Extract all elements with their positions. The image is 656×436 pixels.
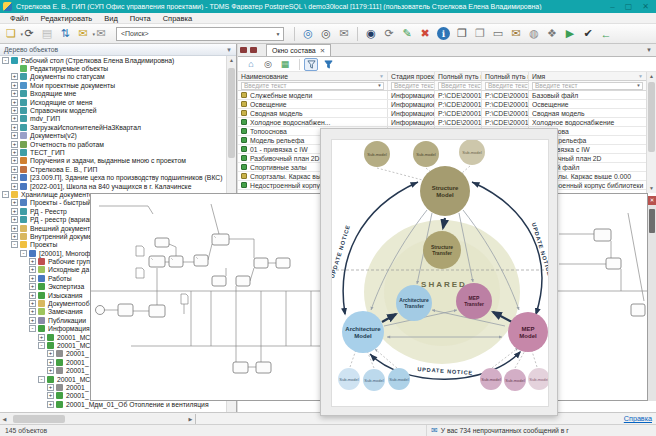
web-icon[interactable]: ◍ — [526, 26, 542, 42]
menu-edit[interactable]: Редактировать — [34, 14, 98, 23]
expand-icon[interactable]: + — [11, 107, 18, 114]
expand-icon[interactable]: + — [29, 292, 36, 299]
collapse-icon[interactable]: - — [2, 57, 9, 64]
expand-icon[interactable]: + — [29, 258, 36, 265]
scroll-down-icon[interactable]: ▼ — [647, 184, 656, 193]
mail-status[interactable]: ✉ У вас 734 непрочитанных сообщений в г — [426, 425, 656, 436]
expand-icon[interactable]: + — [11, 82, 18, 89]
expand-icon[interactable]: + — [11, 157, 18, 164]
info-icon[interactable]: ℹ — [437, 27, 450, 40]
menu-help[interactable]: Справка — [157, 14, 198, 23]
filter-icon[interactable]: ▼ — [379, 73, 384, 79]
expand-icon[interactable]: + — [29, 317, 36, 324]
expand-icon[interactable]: + — [11, 183, 18, 190]
expand-icon[interactable]: + — [47, 392, 54, 399]
tree-horizontal-scrollbar[interactable]: ◀ ▶ — [0, 414, 196, 424]
comment-icon[interactable]: ▭ — [490, 26, 506, 42]
tree-item[interactable]: +Мои проектные документы — [0, 81, 226, 89]
scroll-right-icon[interactable]: ▶ — [186, 416, 195, 422]
expand-icon[interactable]: + — [47, 367, 54, 374]
find-user-icon[interactable]: ◎ — [318, 26, 334, 42]
filter-input[interactable]: Введите текст▼ — [438, 82, 482, 90]
scrollbar-thumb[interactable] — [648, 82, 655, 152]
expand-icon[interactable]: + — [11, 141, 18, 148]
expand-icon[interactable]: + — [38, 334, 45, 341]
chevron-down-icon[interactable]: ▼ — [226, 47, 232, 53]
close-icon[interactable]: ✕ — [648, 196, 656, 205]
tree-search-icon[interactable]: ◎ — [261, 58, 275, 71]
collapse-icon[interactable]: - — [38, 376, 45, 383]
apply-icon[interactable]: ✔ — [580, 26, 596, 42]
refresh-icon[interactable]: ⟳ — [21, 26, 37, 42]
expand-icon[interactable]: + — [11, 225, 18, 232]
tree-item[interactable]: +[23.009.П], Здание цеха по производству… — [0, 173, 226, 181]
mail-icon[interactable]: ✉ — [93, 26, 109, 42]
back-icon[interactable]: ← — [598, 26, 614, 42]
expand-icon[interactable]: + — [47, 401, 54, 408]
collapse-icon[interactable]: - — [29, 325, 36, 332]
copy-icon[interactable]: ❐ — [472, 26, 488, 42]
filter-input[interactable]: Введите текст▼ — [485, 82, 529, 90]
filter-input[interactable]: Введите текст▼ — [391, 82, 435, 90]
expand-icon[interactable]: + — [29, 283, 36, 290]
filter-applied-icon[interactable] — [321, 58, 335, 71]
column-header[interactable]: Стадия проект...▼ — [388, 72, 435, 80]
new-object-icon[interactable]: ❏ — [3, 26, 19, 42]
filter-input[interactable]: Введите текст▼ — [532, 82, 643, 90]
tab-composition[interactable]: Окно состава ✕ — [266, 44, 331, 56]
delete-icon[interactable]: ✖ — [417, 26, 433, 42]
sync-icon[interactable]: ⟳ — [381, 26, 397, 42]
user-edit-icon[interactable]: ✎ — [399, 26, 415, 42]
tree-item[interactable]: +Редактируемые объекты — [0, 64, 226, 72]
expand-icon[interactable]: + — [11, 174, 18, 181]
expand-icon[interactable]: + — [11, 166, 18, 173]
tree-item[interactable]: +[2022-001], Школа на 840 учащихся в г. … — [0, 182, 226, 190]
collapse-icon[interactable]: - — [20, 250, 27, 257]
home-icon[interactable]: ⌂ — [244, 58, 258, 71]
filter-icon[interactable]: ▼ — [638, 73, 643, 79]
expand-icon[interactable]: + — [11, 124, 18, 131]
find-mail-icon[interactable]: ✉ — [336, 26, 352, 42]
column-header[interactable]: Полный путь к...▼ — [482, 72, 529, 80]
scrollbar-thumb[interactable] — [13, 415, 65, 423]
expand-icon[interactable]: + — [11, 199, 18, 206]
run-icon[interactable]: ▶ — [562, 26, 578, 42]
minimized-window-icon[interactable] — [240, 47, 247, 53]
help-link[interactable]: Справка — [624, 414, 652, 423]
menu-file[interactable]: Файл — [4, 14, 34, 23]
close-button[interactable]: ✕ — [642, 0, 649, 13]
expand-icon[interactable]: + — [29, 266, 36, 273]
export-table-icon[interactable]: ▦ — [278, 58, 292, 71]
tree-item[interactable]: +mdv_ГИП — [0, 115, 226, 123]
minimize-button[interactable]: – — [610, 0, 614, 13]
search-input[interactable]: <Поиск>▼ — [116, 27, 284, 41]
scrollbar-thumb[interactable] — [228, 68, 235, 158]
table-row[interactable]: Холодное водоснабжен...Информацион...P:\… — [238, 118, 646, 127]
tree-item[interactable]: +ЗагрузкаИсполнителейНа3Квартал — [0, 123, 226, 131]
collapse-icon[interactable]: - — [38, 342, 45, 349]
tree-item[interactable]: +Документы(v2) — [0, 132, 226, 140]
expand-icon[interactable]: + — [47, 350, 54, 357]
scroll-up-icon[interactable]: ▲ — [227, 56, 236, 65]
expand-icon[interactable]: + — [11, 73, 18, 80]
collapse-icon[interactable]: - — [11, 241, 18, 248]
auto-hide-pin-icon[interactable]: ▼ — [646, 47, 652, 53]
expand-icon[interactable]: + — [11, 90, 18, 97]
tab-close-icon[interactable]: ✕ — [320, 47, 325, 55]
expand-icon[interactable]: + — [11, 99, 18, 106]
scroll-up-icon[interactable]: ▲ — [647, 72, 656, 81]
tree-item[interactable]: +ТЕСТ_ГИП — [0, 148, 226, 156]
filter-icon[interactable] — [304, 58, 318, 71]
filter-input[interactable]: Введите текст▼ — [241, 82, 384, 90]
menu-view[interactable]: Вид — [98, 14, 124, 23]
expand-icon[interactable]: + — [11, 132, 18, 139]
tree-item[interactable]: +Стрелкова Е. В., ГИП — [0, 165, 226, 173]
scrollbar-thumb[interactable] — [649, 209, 655, 233]
expand-icon[interactable]: + — [47, 384, 54, 391]
tree-item[interactable]: -Рабочий стол (Стрелкова Елена Владимиро… — [0, 56, 226, 64]
tree-item[interactable]: +Входящие мне — [0, 90, 226, 98]
window-icon[interactable]: ▤ — [39, 26, 55, 42]
expand-icon[interactable]: + — [11, 149, 18, 156]
mail-open-icon[interactable]: ✉ — [508, 26, 524, 42]
column-header[interactable]: Полный путь к...▼ — [435, 72, 482, 80]
